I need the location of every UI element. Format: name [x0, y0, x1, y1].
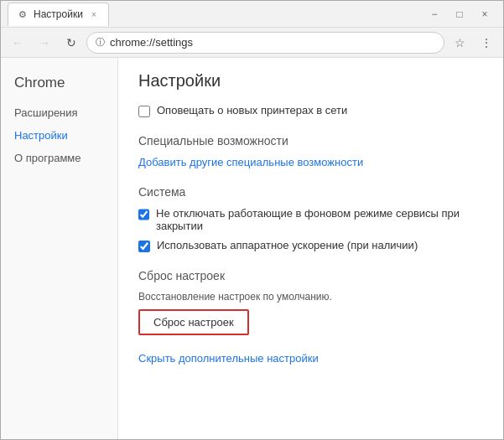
tab-favicon-icon: ⚙	[17, 8, 29, 20]
page-title: Настройки	[138, 71, 483, 91]
minimize-button[interactable]: −	[423, 5, 446, 23]
printers-section: Оповещать о новых принтерах в сети	[138, 104, 483, 117]
address-input[interactable]	[110, 36, 435, 49]
reset-description: Восстановление настроек по умолчанию.	[138, 291, 483, 303]
sidebar: Chrome Расширения Настройки О программе	[1, 58, 118, 440]
forward-button[interactable]: →	[33, 31, 56, 54]
accessibility-section: Специальные возможности Добавить другие …	[138, 134, 483, 168]
printers-checkbox[interactable]	[138, 106, 150, 117]
address-bar[interactable]: ⓘ	[86, 32, 444, 54]
printers-checkbox-row: Оповещать о новых принтерах в сети	[138, 104, 483, 117]
maximize-button[interactable]: □	[448, 5, 471, 23]
reset-section: Сброс настроек Восстановление настроек п…	[138, 269, 483, 335]
bookmark-star-icon[interactable]: ☆	[448, 31, 471, 54]
reset-title: Сброс настроек	[138, 269, 483, 282]
background-services-label: Не отключать работающие в фоновом режиме…	[156, 207, 483, 232]
system-section: Система Не отключать работающие в фоново…	[138, 185, 483, 252]
hardware-acceleration-label: Использовать аппаратное ускорение (при н…	[157, 239, 418, 251]
reset-settings-button[interactable]: Сброс настроек	[138, 309, 249, 335]
tab-title: Настройки	[34, 8, 83, 20]
system-title: Система	[138, 185, 483, 199]
close-button[interactable]: ×	[473, 5, 496, 23]
sidebar-item-extensions[interactable]: Расширения	[1, 101, 117, 124]
hide-advanced-settings-link[interactable]: Скрыть дополнительные настройки	[138, 352, 483, 365]
printers-label: Оповещать о новых принтерах в сети	[157, 104, 347, 116]
content-area: Настройки Оповещать о новых принтерах в …	[118, 58, 503, 440]
tab-close-button[interactable]: ×	[88, 8, 100, 20]
chrome-menu-button[interactable]: ⋮	[475, 31, 498, 54]
sidebar-item-settings[interactable]: Настройки	[1, 124, 117, 147]
background-services-checkbox[interactable]	[138, 209, 149, 220]
hardware-acceleration-checkbox[interactable]	[138, 241, 150, 252]
titlebar: ⚙ Настройки × − □ ×	[1, 1, 503, 28]
back-button[interactable]: ←	[6, 31, 29, 54]
reload-button[interactable]: ↻	[60, 31, 83, 54]
main-layout: Chrome Расширения Настройки О программе …	[1, 58, 503, 440]
accessibility-title: Специальные возможности	[138, 134, 483, 148]
toolbar: ← → ↻ ⓘ ☆ ⋮	[1, 28, 503, 58]
window-controls: − □ ×	[423, 5, 496, 23]
hardware-acceleration-row: Использовать аппаратное ускорение (при н…	[138, 239, 483, 252]
sidebar-brand: Chrome	[1, 71, 117, 101]
accessibility-link[interactable]: Добавить другие специальные возможности	[138, 156, 363, 168]
browser-tab[interactable]: ⚙ Настройки ×	[8, 3, 109, 26]
background-services-row: Не отключать работающие в фоновом режиме…	[138, 207, 483, 232]
sidebar-item-about[interactable]: О программе	[1, 147, 117, 169]
security-icon: ⓘ	[96, 36, 105, 49]
